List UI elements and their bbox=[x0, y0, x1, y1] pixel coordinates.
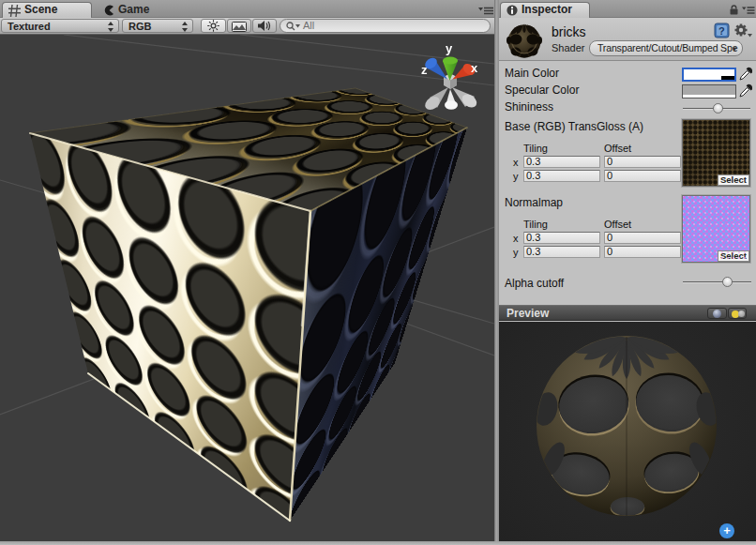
svg-text:y: y bbox=[446, 41, 453, 55]
svg-text:x: x bbox=[471, 61, 478, 75]
svg-text:z: z bbox=[421, 63, 428, 77]
svg-text:?: ? bbox=[718, 25, 725, 37]
